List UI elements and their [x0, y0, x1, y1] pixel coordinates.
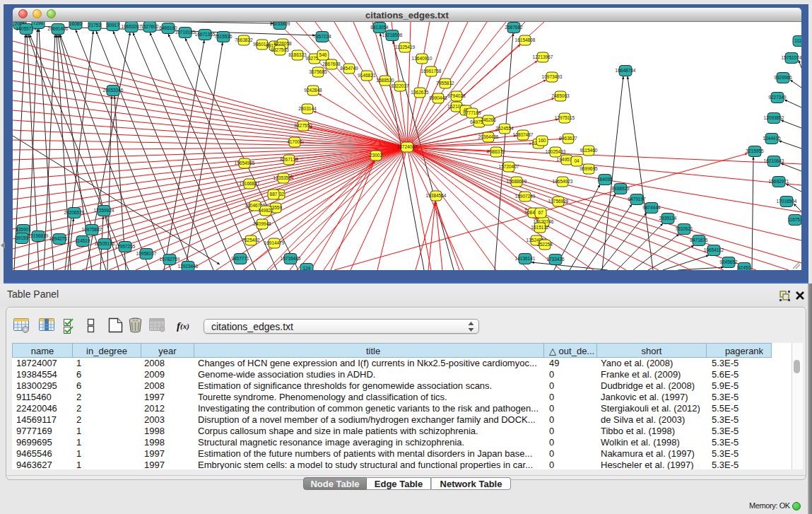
- svg-text:10719185: 10719185: [175, 30, 196, 35]
- svg-text:92450: 92450: [738, 265, 751, 270]
- svg-text:15751074: 15751074: [782, 55, 801, 60]
- svg-text:16671355: 16671355: [195, 32, 216, 37]
- svg-text:9245652: 9245652: [719, 259, 738, 264]
- svg-text:10688609: 10688609: [507, 179, 527, 184]
- svg-text:20053346: 20053346: [103, 88, 124, 93]
- svg-text:9227349: 9227349: [768, 95, 787, 100]
- svg-text:9115460: 9115460: [580, 148, 598, 153]
- svg-text:7955812: 7955812: [436, 81, 454, 86]
- svg-text:8990448: 8990448: [429, 95, 447, 100]
- svg-text:18724007: 18724007: [397, 144, 418, 149]
- svg-text:19384554: 19384554: [426, 193, 447, 198]
- svg-text:160: 160: [539, 138, 546, 143]
- svg-text:18907249: 18907249: [515, 194, 536, 199]
- svg-text:9146821: 9146821: [358, 73, 376, 78]
- svg-text:746266: 746266: [481, 117, 496, 122]
- svg-text:16210643: 16210643: [764, 158, 784, 163]
- svg-text:30917: 30917: [107, 23, 119, 28]
- svg-text:7357224: 7357224: [313, 34, 331, 39]
- svg-text:16154808: 16154808: [515, 37, 536, 42]
- svg-text:11325419: 11325419: [395, 45, 416, 49]
- svg-text:887: 887: [270, 192, 278, 197]
- svg-text:19218506: 19218506: [382, 33, 403, 37]
- svg-text:116753: 116753: [787, 217, 801, 222]
- svg-text:9329966: 9329966: [774, 75, 792, 80]
- svg-text:16961758: 16961758: [421, 69, 442, 74]
- svg-text:10807487: 10807487: [513, 132, 534, 137]
- svg-text:16648784: 16648784: [616, 68, 636, 73]
- svg-text:8813054: 8813054: [370, 25, 389, 30]
- svg-text:7986372: 7986372: [487, 149, 505, 154]
- svg-text:13640910: 13640910: [412, 56, 433, 61]
- svg-text:(x): (x): [180, 322, 189, 331]
- svg-text:10958107: 10958107: [136, 251, 157, 256]
- svg-text:9463627: 9463627: [559, 136, 577, 141]
- svg-text:12942757: 12942757: [49, 236, 70, 241]
- svg-text:1733426: 1733426: [546, 257, 565, 262]
- svg-text:9794028: 9794028: [447, 93, 466, 98]
- svg-text:835901: 835901: [16, 227, 31, 232]
- svg-text:10975887: 10975887: [82, 227, 102, 232]
- svg-text:8427552: 8427552: [294, 123, 312, 128]
- svg-text:8938923: 8938923: [611, 186, 630, 191]
- svg-text:20691406: 20691406: [48, 26, 69, 31]
- svg-text:15716485: 15716485: [281, 256, 301, 261]
- svg-text:17957255: 17957255: [115, 244, 136, 249]
- svg-text:10654112: 10654112: [704, 247, 724, 252]
- svg-text:1588520: 1588520: [376, 78, 394, 83]
- svg-text:21753: 21753: [88, 23, 101, 28]
- svg-text:12975115: 12975115: [555, 115, 575, 120]
- svg-text:12505135: 12505135: [95, 241, 115, 246]
- svg-text:10973493: 10973493: [542, 74, 563, 79]
- svg-text:164095: 164095: [597, 177, 613, 182]
- svg-text:8322037: 8322037: [391, 83, 409, 88]
- svg-text:3624554: 3624554: [495, 126, 514, 131]
- svg-text:8186323: 8186323: [288, 52, 307, 57]
- svg-text:9327503: 9327503: [271, 47, 289, 52]
- svg-text:16033809: 16033809: [270, 22, 290, 26]
- svg-text:1527602: 1527602: [141, 24, 159, 29]
- svg-text:9457771: 9457771: [231, 256, 249, 261]
- svg-text:14136141: 14136141: [515, 256, 536, 261]
- svg-text:8471676: 8471676: [690, 238, 708, 243]
- svg-text:9474444: 9474444: [642, 205, 661, 210]
- svg-text:7663822: 7663822: [235, 37, 253, 42]
- svg-text:7298: 7298: [33, 22, 44, 25]
- svg-text:7632621: 7632621: [675, 226, 693, 231]
- svg-text:2867608: 2867608: [322, 62, 341, 66]
- svg-text:15720407: 15720407: [499, 164, 519, 169]
- svg-text:39159: 39159: [16, 235, 28, 240]
- svg-text:10756928: 10756928: [548, 199, 569, 204]
- svg-text:9777169: 9777169: [463, 110, 481, 115]
- svg-text:19654923: 19654923: [553, 179, 573, 184]
- svg-text:16914479: 16914479: [264, 240, 285, 245]
- svg-text:9699695: 9699695: [579, 166, 598, 171]
- svg-text:19166827: 19166827: [240, 181, 260, 186]
- svg-text:19654985: 19654985: [235, 160, 255, 165]
- svg-text:12213967: 12213967: [533, 54, 553, 59]
- svg-text:9242848: 9242848: [304, 88, 322, 93]
- svg-text:114519: 114519: [75, 238, 90, 243]
- svg-text:15692971: 15692971: [769, 179, 789, 184]
- svg-text:2409948: 2409948: [253, 221, 271, 226]
- svg-text:1244415: 1244415: [763, 136, 781, 141]
- svg-text:10653267: 10653267: [122, 24, 142, 29]
- svg-text:04: 04: [574, 158, 579, 163]
- svg-text:16060: 16060: [69, 22, 82, 26]
- svg-text:2935114: 2935114: [659, 216, 677, 221]
- svg-text:417006: 417006: [287, 139, 302, 144]
- svg-text:7625402: 7625402: [242, 238, 260, 243]
- svg-text:8226058: 8226058: [273, 41, 292, 46]
- svg-text:1615132: 1615132: [531, 225, 549, 230]
- svg-text:8454749: 8454749: [340, 66, 358, 71]
- svg-text:7515526: 7515526: [214, 34, 233, 39]
- svg-text:12093852: 12093852: [764, 115, 784, 120]
- svg-text:12353594: 12353594: [273, 175, 294, 180]
- svg-text:20364436: 20364436: [478, 134, 499, 139]
- svg-text:546: 546: [319, 52, 327, 57]
- svg-text:12156819: 12156819: [28, 233, 49, 238]
- svg-text:252254: 252254: [537, 242, 553, 247]
- svg-text:149822: 149822: [258, 208, 273, 213]
- svg-text:1362615: 1362615: [411, 90, 429, 95]
- svg-text:17016504: 17016504: [777, 199, 797, 204]
